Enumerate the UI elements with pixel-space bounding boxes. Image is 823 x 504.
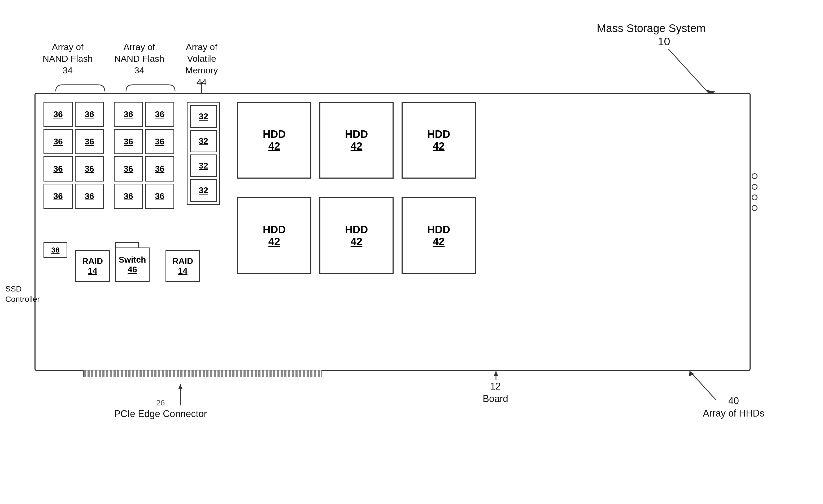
raid-chip-2: RAID 14 xyxy=(165,250,200,282)
svg-marker-7 xyxy=(494,371,498,376)
nand-section-1: 36 36 36 36 36 36 36 36 xyxy=(43,102,104,209)
nand-row-1-1: 36 36 xyxy=(43,102,104,127)
nand-section-2: 36 36 36 36 36 36 36 36 xyxy=(114,102,174,209)
volatile-array-label: Array of Volatile Memory 44 xyxy=(170,41,233,88)
nand-array-1-label: Array of NAND Flash 34 xyxy=(38,41,97,76)
diagram: Mass Storage System 10 Array of NAND Fla… xyxy=(0,0,823,504)
nand-chip-s2-2-2: 36 xyxy=(145,129,174,154)
ssd-ctrl-chip-1: 38 xyxy=(43,242,67,258)
switch-chip: Switch 46 xyxy=(115,248,150,282)
volatile-section: 32 32 32 32 xyxy=(187,102,220,205)
hdd-top-1: HDD 42 xyxy=(237,102,311,179)
volatile-chip-2: 32 xyxy=(190,130,217,152)
nand-chip-4-2: 36 xyxy=(75,184,104,209)
svg-line-0 xyxy=(668,49,711,95)
nand-chip-s2-1-1: 36 xyxy=(114,102,143,127)
right-connector xyxy=(752,173,758,211)
nand-chip-2-1: 36 xyxy=(43,129,73,154)
hdd-top-3: HDD 42 xyxy=(401,102,476,179)
svg-marker-9 xyxy=(689,371,694,376)
mass-storage-label: Mass Storage System xyxy=(597,21,706,36)
mass-storage-num: 10 xyxy=(658,34,670,49)
hdd-bottom-2: HDD 42 xyxy=(319,197,393,274)
connector-circle-4 xyxy=(752,205,758,211)
nand-row-2-2: 36 36 xyxy=(114,129,174,154)
nand-chip-s2-3-1: 36 xyxy=(114,156,143,182)
nand-row-1-3: 36 36 xyxy=(43,156,104,182)
nand-chip-1-2: 36 xyxy=(75,102,104,127)
main-board: 36 36 36 36 36 36 36 36 36 3 xyxy=(34,93,751,371)
nand-row-2-1: 36 36 xyxy=(114,102,174,127)
nand-chip-s2-3-2: 36 xyxy=(145,156,174,182)
nand-chip-s2-2-1: 36 xyxy=(114,129,143,154)
nand-chip-s2-4-1: 36 xyxy=(114,184,143,209)
pcie-connector xyxy=(83,370,322,377)
nand-chip-3-1: 36 xyxy=(43,156,73,182)
volatile-chip-1: 32 xyxy=(190,105,217,128)
nand-chip-3-2: 36 xyxy=(75,156,104,182)
nand-row-2-4: 36 36 xyxy=(114,184,174,209)
volatile-chip-3: 32 xyxy=(190,155,217,177)
nand-chip-s2-4-2: 36 xyxy=(145,184,174,209)
nand-chip-s2-1-2: 36 xyxy=(145,102,174,127)
hdd-top-row: HDD 42 HDD 42 HDD 42 xyxy=(237,102,476,179)
connector-circle-3 xyxy=(752,195,758,200)
connector-circle-2 xyxy=(752,184,758,190)
volatile-chip-4: 32 xyxy=(190,179,217,202)
board-label: 12 Board xyxy=(483,380,508,405)
nand-row-1-4: 36 36 xyxy=(43,184,104,209)
ssd-controller-label: SSD Controller xyxy=(5,283,40,304)
nand-chip-2-2: 36 xyxy=(75,129,104,154)
connector-circle-1 xyxy=(752,173,758,179)
array-hhds-label: 40 Array of HHDs xyxy=(703,395,765,420)
nand-chip-4-1: 36 xyxy=(43,184,73,209)
hdd-bottom-3: HDD 42 xyxy=(401,197,476,274)
pcie-label: 26 PCIe Edge Connector xyxy=(114,398,207,420)
svg-marker-11 xyxy=(178,384,182,389)
hdd-top-2: HDD 42 xyxy=(319,102,393,179)
nand-chip-1-1: 36 xyxy=(43,102,73,127)
nand-array-2-label: Array of NAND Flash 34 xyxy=(110,41,168,76)
nand-row-1-2: 36 36 xyxy=(43,129,104,154)
raid-chip-1: RAID 14 xyxy=(75,250,110,282)
hdd-bottom-1: HDD 42 xyxy=(237,197,311,274)
nand-row-2-3: 36 36 xyxy=(114,156,174,182)
hdd-bottom-row: HDD 42 HDD 42 HDD 42 xyxy=(237,197,476,274)
